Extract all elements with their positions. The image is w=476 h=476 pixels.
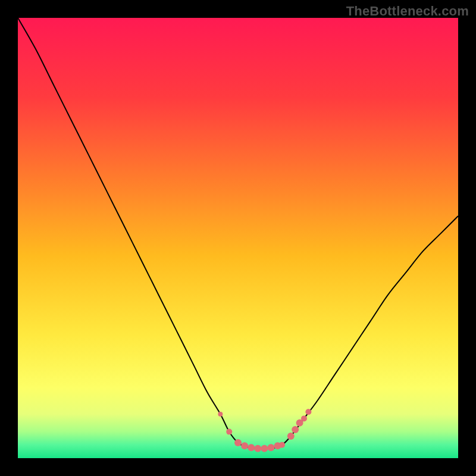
marker-point [305, 409, 311, 415]
marker-point [261, 445, 268, 452]
marker-point [279, 442, 285, 448]
plot-area [18, 18, 458, 458]
marker-point [234, 439, 242, 446]
marker-point [301, 415, 307, 421]
marker-point [254, 445, 261, 452]
marker-point [226, 429, 232, 435]
marker-point [241, 442, 248, 449]
marker-point [268, 444, 275, 451]
bottleneck-chart [18, 18, 458, 458]
marker-point [218, 412, 223, 416]
chart-frame: TheBottleneck.com [0, 0, 476, 476]
marker-point [292, 426, 299, 433]
gradient-background [18, 18, 458, 458]
marker-point [287, 433, 295, 440]
marker-point [248, 444, 255, 451]
watermark-text: TheBottleneck.com [346, 4, 469, 19]
